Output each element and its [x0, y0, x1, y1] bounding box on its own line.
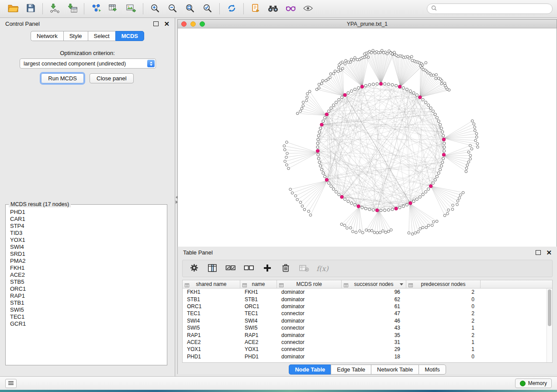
tab-style[interactable]: Style [63, 31, 88, 41]
new-network-icon [91, 3, 101, 14]
mcds-result-item[interactable]: PHD1 [10, 209, 163, 216]
column-header-MCDS-role[interactable]: MCDS role [277, 280, 342, 289]
refresh-button[interactable] [223, 2, 240, 16]
column-header-filler [481, 280, 552, 289]
tab-mcds[interactable]: MCDS [115, 31, 144, 41]
fx-icon: f(x) [316, 265, 328, 273]
table-row[interactable]: SWI5SWI5connector431 [183, 324, 552, 331]
save-session-button[interactable] [22, 2, 39, 16]
status-menu-button[interactable] [5, 379, 17, 388]
mcds-result-item[interactable]: ACE2 [10, 272, 163, 279]
mcds-result-item[interactable]: SWI4 [10, 244, 163, 251]
close-window-icon[interactable] [181, 21, 187, 27]
search-icon [431, 5, 437, 13]
table-cell: 1 [406, 346, 481, 353]
hide-graphics-button[interactable] [282, 2, 299, 16]
table-scrollbar[interactable] [547, 289, 552, 362]
mcds-result-item[interactable]: YOX1 [10, 237, 163, 244]
tab-edge-table[interactable]: Edge Table [331, 364, 371, 375]
zoom-in-button[interactable] [146, 2, 164, 16]
mcds-result-list[interactable]: PHD1CAR1STP4TID3YOX1SWI4SRD1PMA2FKH1ACE2… [6, 205, 167, 361]
zoom-fit-button[interactable] [181, 2, 199, 16]
tab-motifs[interactable]: Motifs [419, 364, 446, 375]
search-input[interactable] [439, 5, 548, 12]
open-session-button[interactable] [4, 2, 22, 16]
tab-network-table[interactable]: Network Table [371, 364, 419, 375]
network-canvas[interactable] [178, 28, 557, 247]
export-table-button[interactable] [105, 2, 122, 16]
table-row[interactable]: STB1STB1dominator620 [183, 296, 552, 303]
table-tabs: Node TableEdge TableNetwork TableMotifs [178, 364, 557, 375]
hide-graphics-icon [285, 4, 296, 14]
mcds-result-item[interactable]: STP4 [10, 223, 163, 230]
add-column-button[interactable] [260, 262, 274, 275]
mcds-result-item[interactable]: ORC1 [10, 285, 163, 292]
tab-select[interactable]: Select [88, 31, 115, 41]
close-table-panel-icon[interactable]: ✕ [546, 249, 552, 256]
column-header-name[interactable]: name [240, 280, 277, 289]
delete-column-button[interactable] [279, 262, 293, 275]
import-network-button[interactable] [46, 2, 63, 16]
gear-button[interactable] [187, 262, 201, 275]
close-panel-icon[interactable]: ✕ [164, 21, 170, 27]
table-row[interactable]: FKH1FKH1dominator962 [183, 289, 552, 296]
mcds-result-item[interactable]: STB1 [10, 299, 163, 306]
search-box[interactable] [427, 3, 553, 14]
select-all-button[interactable] [224, 262, 238, 275]
table-scrollbar-thumb[interactable] [548, 289, 551, 326]
mcds-result-item[interactable]: STB5 [10, 279, 163, 285]
mcds-result-item[interactable]: SRD1 [10, 251, 163, 258]
clone-network-button[interactable] [247, 2, 264, 16]
column-label: successor nodes [354, 281, 393, 287]
run-mcds-button[interactable]: Run MCDS [41, 73, 84, 83]
table-row[interactable]: ACE2ACE2connector311 [183, 339, 552, 346]
toolbar-separator [42, 3, 43, 14]
mcds-result-item[interactable]: TEC1 [10, 313, 163, 320]
new-network-button[interactable] [87, 2, 105, 16]
import-table-button[interactable] [63, 2, 81, 16]
close-panel-button[interactable]: Close panel [90, 73, 134, 83]
mcds-result-item[interactable]: TID3 [10, 230, 163, 237]
table-cell: dominator [277, 317, 342, 324]
table-row[interactable]: RAP1RAP1dominator352 [183, 331, 552, 338]
column-header-shared-name[interactable]: shared name [183, 280, 240, 289]
memory-button[interactable]: Memory [515, 378, 552, 388]
table-row[interactable]: ORC1ORC1dominator610 [183, 303, 552, 310]
columns-button[interactable] [205, 262, 219, 275]
show-graphics-button[interactable] [299, 2, 317, 16]
maximize-window-icon[interactable] [200, 21, 205, 27]
network-titlebar[interactable]: YPA_prune.txt_1 [178, 20, 557, 28]
float-table-panel-icon[interactable] [536, 250, 541, 255]
fx-button[interactable]: f(x) [315, 262, 329, 275]
mcds-result-item[interactable]: GCR1 [10, 320, 163, 327]
tab-network[interactable]: Network [31, 31, 63, 41]
export-table-icon [108, 3, 119, 14]
delete-table-icon [299, 264, 309, 273]
mcds-result-item[interactable]: FKH1 [10, 265, 163, 272]
zoom-out-button[interactable] [164, 2, 181, 16]
mcds-result-item[interactable]: CAR1 [10, 216, 163, 223]
zoom-selected-button[interactable] [199, 2, 216, 16]
table-cell: STB1 [240, 296, 277, 303]
mcds-result-item[interactable]: SWI5 [10, 306, 163, 313]
network-title: YPA_prune.txt_1 [178, 21, 557, 27]
table-cell: PHD1 [183, 353, 240, 360]
export-image-button[interactable] [122, 2, 140, 16]
delete-table-button[interactable] [297, 262, 311, 275]
mcds-result-item[interactable]: PMA2 [10, 258, 163, 265]
column-header-predecessor-nodes[interactable]: predecessor nodes [406, 280, 481, 289]
column-header-successor-nodes[interactable]: successor nodes [342, 280, 406, 289]
table-row[interactable]: TEC1TEC1connector472 [183, 310, 552, 317]
table-cell: connector [277, 339, 342, 346]
clear-selection-button[interactable] [242, 262, 256, 275]
table-cell: 1 [406, 324, 481, 331]
mcds-result-item[interactable]: RAP1 [10, 292, 163, 299]
table-row[interactable]: PHD1PHD1dominator180 [183, 353, 552, 360]
table-row[interactable]: YOX1YOX1connector291 [183, 346, 552, 353]
tab-node-table[interactable]: Node Table [289, 364, 331, 375]
table-row[interactable]: SWI4SWI4dominator462 [183, 317, 552, 324]
find-button[interactable] [264, 2, 282, 16]
minimize-window-icon[interactable] [190, 21, 196, 27]
float-panel-icon[interactable] [153, 21, 159, 26]
criterion-dropdown[interactable]: largest connected component (undirected) [20, 58, 156, 69]
